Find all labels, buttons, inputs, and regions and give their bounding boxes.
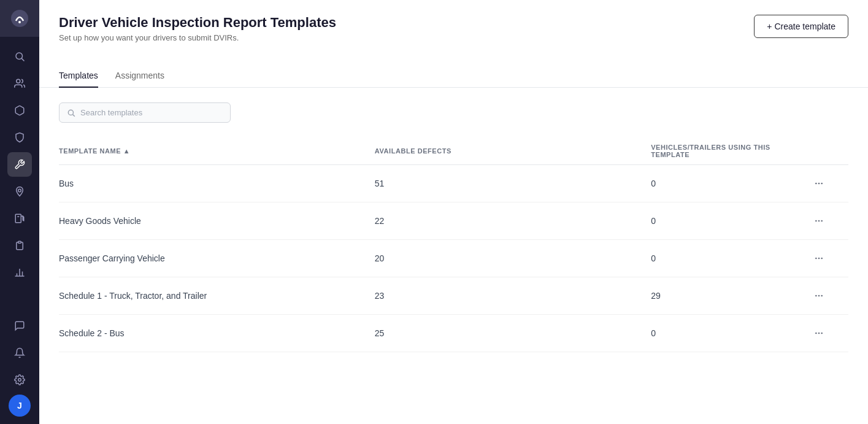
cell-defects: 22 xyxy=(375,202,651,240)
clipboard-icon[interactable] xyxy=(7,233,32,258)
cell-actions xyxy=(809,240,848,277)
svg-point-25 xyxy=(815,295,817,297)
cell-actions xyxy=(809,165,848,202)
row-more-button[interactable] xyxy=(809,326,829,341)
svg-line-3 xyxy=(21,58,24,61)
main-section: TEMPLATE NAME ▲ AVAILABLE DEFECTS VEHICL… xyxy=(39,88,868,424)
cell-vehicles: 0 xyxy=(651,165,808,202)
cell-vehicles: 0 xyxy=(651,202,808,240)
search-input[interactable] xyxy=(80,108,223,117)
table-row: Schedule 2 - Bus 25 0 xyxy=(59,315,848,352)
row-more-button[interactable] xyxy=(809,288,829,303)
sidebar-icons xyxy=(7,37,32,306)
templates-table: TEMPLATE NAME ▲ AVAILABLE DEFECTS VEHICL… xyxy=(59,137,848,352)
svg-rect-6 xyxy=(15,214,21,223)
row-more-button[interactable] xyxy=(809,176,829,191)
svg-point-16 xyxy=(815,183,817,185)
map-pin-icon[interactable] xyxy=(7,179,32,204)
svg-point-19 xyxy=(815,220,817,222)
tab-templates[interactable]: Templates xyxy=(59,64,98,88)
table-header: TEMPLATE NAME ▲ AVAILABLE DEFECTS VEHICL… xyxy=(59,137,848,165)
avatar[interactable]: J xyxy=(9,395,31,417)
cell-actions xyxy=(809,277,848,315)
svg-point-1 xyxy=(18,21,21,23)
people-icon[interactable] xyxy=(7,71,32,96)
search-icon xyxy=(67,109,75,117)
header-left: Driver Vehicle Inspection Report Templat… xyxy=(59,15,336,42)
sidebar: J xyxy=(0,0,39,424)
fuel-icon[interactable] xyxy=(7,206,32,231)
box-icon[interactable] xyxy=(7,98,32,123)
create-template-button[interactable]: + Create template xyxy=(754,15,848,38)
sidebar-logo[interactable] xyxy=(0,0,39,37)
svg-point-0 xyxy=(11,10,28,27)
shield-icon[interactable] xyxy=(7,125,32,150)
search-bar[interactable] xyxy=(59,102,231,123)
svg-rect-8 xyxy=(18,241,21,243)
svg-point-23 xyxy=(818,258,820,260)
cell-vehicles: 0 xyxy=(651,315,808,352)
svg-point-14 xyxy=(68,110,73,115)
bell-icon[interactable] xyxy=(7,341,32,365)
svg-point-13 xyxy=(18,379,21,382)
cell-actions xyxy=(809,202,848,240)
cell-template-name: Schedule 1 - Truck, Tractor, and Trailer xyxy=(59,277,375,315)
svg-point-22 xyxy=(815,258,817,260)
cell-template-name: Schedule 2 - Bus xyxy=(59,315,375,352)
svg-point-27 xyxy=(821,295,823,297)
cell-vehicles: 29 xyxy=(651,277,808,315)
main-content: Driver Vehicle Inspection Report Templat… xyxy=(39,0,868,424)
cell-template-name: Passenger Carrying Vehicle xyxy=(59,240,375,277)
cell-actions xyxy=(809,315,848,352)
wrench-icon[interactable] xyxy=(7,152,32,177)
svg-point-24 xyxy=(821,258,823,260)
page-subtitle: Set up how you want your drivers to subm… xyxy=(59,33,336,42)
page-title: Driver Vehicle Inspection Report Templat… xyxy=(59,15,336,31)
col-header-name: TEMPLATE NAME ▲ xyxy=(59,137,375,165)
table-row: Passenger Carrying Vehicle 20 0 xyxy=(59,240,848,277)
cell-defects: 25 xyxy=(375,315,651,352)
svg-point-28 xyxy=(815,333,817,334)
svg-point-29 xyxy=(818,333,820,334)
tab-bar: Templates Assignments xyxy=(39,52,868,88)
svg-point-30 xyxy=(821,333,823,334)
cell-defects: 51 xyxy=(375,165,651,202)
cell-defects: 20 xyxy=(375,240,651,277)
svg-point-20 xyxy=(818,220,820,222)
svg-point-18 xyxy=(821,183,823,185)
row-more-button[interactable] xyxy=(809,251,829,266)
cell-template-name: Heavy Goods Vehicle xyxy=(59,202,375,240)
table-row: Bus 51 0 xyxy=(59,165,848,202)
svg-point-4 xyxy=(17,79,20,83)
bar-chart-icon[interactable] xyxy=(7,260,32,285)
col-header-vehicles: VEHICLES/TRAILERS USING THIS TEMPLATE xyxy=(651,137,808,165)
sidebar-bottom: J xyxy=(7,306,32,424)
tab-assignments[interactable]: Assignments xyxy=(115,64,164,88)
table-row: Schedule 1 - Truck, Tractor, and Trailer… xyxy=(59,277,848,315)
settings-icon[interactable] xyxy=(7,368,32,392)
col-header-actions xyxy=(809,137,848,165)
svg-point-5 xyxy=(18,189,21,192)
cell-template-name: Bus xyxy=(59,165,375,202)
svg-point-17 xyxy=(818,183,820,185)
search-icon[interactable] xyxy=(7,44,32,69)
page-header: Driver Vehicle Inspection Report Templat… xyxy=(39,0,868,42)
svg-line-15 xyxy=(73,114,75,116)
svg-point-26 xyxy=(818,295,820,297)
chat-icon[interactable] xyxy=(7,314,32,338)
svg-point-2 xyxy=(16,53,23,60)
table-body: Bus 51 0 Heavy Goods Vehicle 22 0 Passen… xyxy=(59,165,848,352)
svg-point-21 xyxy=(821,220,823,222)
cell-defects: 23 xyxy=(375,277,651,315)
cell-vehicles: 0 xyxy=(651,240,808,277)
table-row: Heavy Goods Vehicle 22 0 xyxy=(59,202,848,240)
row-more-button[interactable] xyxy=(809,214,829,228)
col-header-defects: AVAILABLE DEFECTS xyxy=(375,137,651,165)
